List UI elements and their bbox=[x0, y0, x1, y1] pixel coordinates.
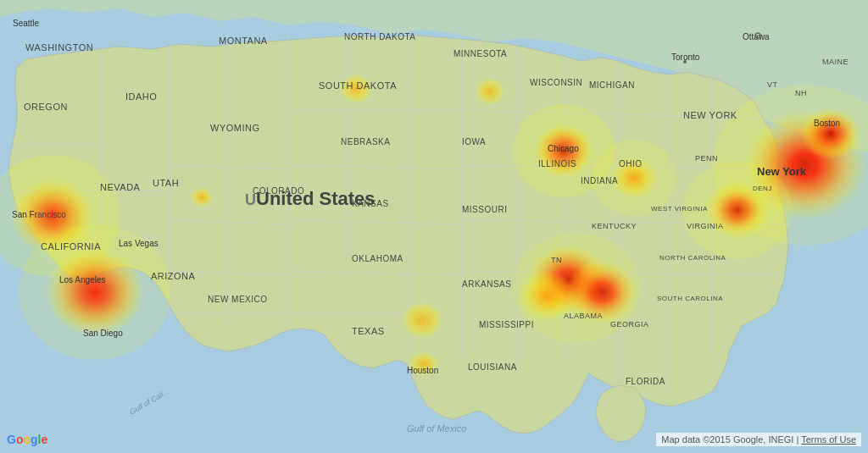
map-svg: Gulf of Mexico Gulf of Cali... bbox=[0, 0, 868, 453]
svg-point-57 bbox=[755, 33, 760, 38]
terms-of-use[interactable]: Terms of Use bbox=[801, 434, 856, 445]
svg-point-58 bbox=[683, 60, 687, 64]
svg-text:Gulf of Mexico: Gulf of Mexico bbox=[407, 423, 466, 434]
google-watermark: Google bbox=[7, 433, 47, 446]
toronto-dot bbox=[682, 59, 687, 64]
attribution-text: Map data ©2015 Google, INEGI bbox=[661, 434, 793, 445]
ottawa-dot bbox=[754, 32, 761, 39]
map-container: Gulf of Mexico Gulf of Cali... bbox=[0, 0, 868, 453]
map-attribution: Map data ©2015 Google, INEGI | Terms of … bbox=[656, 433, 861, 446]
